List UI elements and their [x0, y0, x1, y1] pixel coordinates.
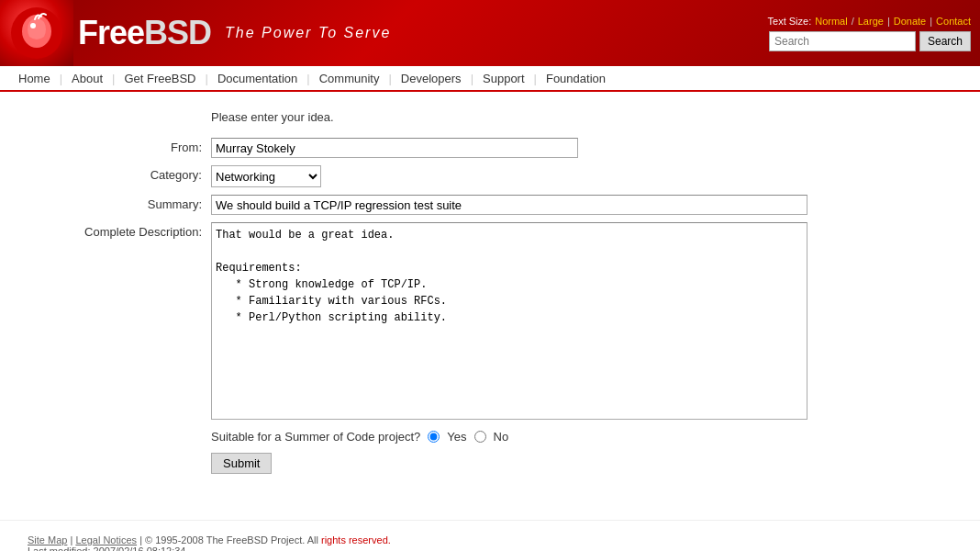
- soc-label: Suitable for a Summer of Code project?: [211, 430, 420, 444]
- description-row: Complete Description:: [28, 222, 952, 422]
- soc-radio-group: Yes No: [428, 430, 508, 444]
- soc-row: Suitable for a Summer of Code project? Y…: [211, 430, 952, 444]
- freebsd-logo-icon: [9, 6, 64, 61]
- header-right: Text Size: Normal / Large | Donate | Con…: [768, 16, 971, 51]
- donate-link[interactable]: Donate: [894, 16, 926, 27]
- summary-input[interactable]: [211, 195, 807, 215]
- nav-home[interactable]: Home: [9, 67, 60, 90]
- nav-about[interactable]: About: [62, 67, 112, 90]
- text-size-large-link[interactable]: Large: [858, 16, 884, 27]
- from-input[interactable]: [211, 138, 578, 158]
- submit-area: Submit: [28, 453, 952, 474]
- soc-yes-radio[interactable]: [428, 431, 440, 443]
- contact-link[interactable]: Contact: [936, 16, 971, 27]
- last-modified: Last modified: 2007/02/16 08:12:34: [28, 545, 952, 551]
- content: Please enter your idea. From: Category: …: [0, 92, 980, 501]
- category-label: Category:: [28, 165, 211, 182]
- summary-row: Summary:: [28, 195, 952, 215]
- soc-yes-label: Yes: [447, 430, 466, 444]
- text-size-bar: Text Size: Normal / Large | Donate | Con…: [768, 16, 971, 27]
- description-control: [211, 222, 952, 422]
- text-size-label: Text Size:: [768, 16, 812, 27]
- category-select[interactable]: Networking Security Desktop Other: [211, 165, 321, 187]
- logo-image: [0, 0, 73, 66]
- search-bar: Search: [769, 31, 971, 51]
- logo-area: FreeBSD The Power To Serve: [0, 0, 391, 66]
- rights-text: rights reserved.: [321, 534, 391, 545]
- from-row: From:: [28, 138, 952, 158]
- soc-no-radio[interactable]: [474, 431, 486, 443]
- copyright-text: | © 1995-2008 The FreeBSD Project. All: [139, 534, 318, 545]
- from-control: [211, 138, 952, 158]
- search-button[interactable]: Search: [919, 31, 971, 51]
- nav-documentation[interactable]: Documentation: [208, 67, 306, 90]
- summary-label: Summary:: [28, 195, 211, 211]
- footer: Site Map | Legal Notices | © 1995-2008 T…: [0, 520, 980, 551]
- legal-link[interactable]: Legal Notices: [75, 534, 137, 545]
- description-textarea[interactable]: [211, 222, 807, 420]
- header: FreeBSD The Power To Serve Text Size: No…: [0, 0, 980, 66]
- nav-support[interactable]: Support: [473, 67, 534, 90]
- svg-point-2: [30, 23, 36, 28]
- text-size-normal-link[interactable]: Normal: [815, 16, 847, 27]
- sitemap-link[interactable]: Site Map: [28, 534, 67, 545]
- summary-control: [211, 195, 952, 215]
- nav-community[interactable]: Community: [310, 67, 389, 90]
- tagline: The Power To Serve: [225, 25, 391, 41]
- description-label: Complete Description:: [28, 222, 211, 239]
- nav-get-freebsd[interactable]: Get FreeBSD: [115, 67, 205, 90]
- category-row: Category: Networking Security Desktop Ot…: [28, 165, 952, 187]
- nav-developers[interactable]: Developers: [392, 67, 471, 90]
- submit-button[interactable]: Submit: [211, 453, 272, 474]
- logo-text: FreeBSD: [78, 14, 211, 52]
- footer-links: Site Map | Legal Notices | © 1995-2008 T…: [28, 534, 952, 545]
- search-input[interactable]: [769, 31, 916, 51]
- soc-no-label: No: [494, 430, 509, 444]
- category-control: Networking Security Desktop Other: [211, 165, 952, 187]
- navigation: Home | About | Get FreeBSD | Documentati…: [0, 66, 980, 92]
- from-label: From:: [28, 138, 211, 154]
- form-title: Please enter your idea.: [211, 110, 952, 124]
- nav-foundation[interactable]: Foundation: [537, 67, 615, 90]
